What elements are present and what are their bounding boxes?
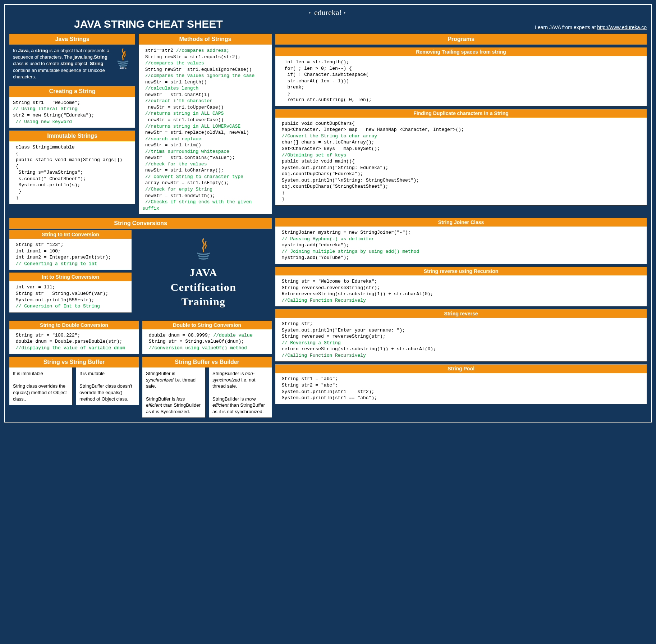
sub-d2s: Double to String Conversion xyxy=(142,321,272,329)
code-s2d: String str = "100.222"; double dnum = Do… xyxy=(9,329,139,354)
code-pool: String str1 = "abc"; String str2 = "abc"… xyxy=(275,373,647,404)
header-svsb: String vs String Buffer xyxy=(9,357,139,367)
header-immutable: Immutable Strings xyxy=(9,131,135,141)
java-logo-icon-large xyxy=(191,237,216,262)
bvb-right: StringBuilder is non-synchronized i.e. n… xyxy=(209,367,272,417)
page-title: JAVA STRING CHEAT SHEET xyxy=(74,18,223,30)
promo-text: JAVACertificationTraining xyxy=(139,265,268,309)
sub-rev-rec: String reverse using Recursion xyxy=(275,267,647,275)
conversions-block: String Conversions String to Int Convers… xyxy=(9,218,272,417)
column-middle: Methods of Strings str1==str2 //compares… xyxy=(139,34,272,214)
header-conversions: String Conversions xyxy=(9,218,272,229)
sub-i2s: Int to String Conversion xyxy=(9,273,132,281)
top-bar: JAVA STRING CHEAT SHEET Learn JAVA from … xyxy=(9,18,647,30)
sub-s2d: String to Double Conversion xyxy=(9,321,139,329)
code-s2i: String str="123"; int inum1 = 100; int i… xyxy=(9,239,132,270)
learn-link[interactable]: http://www.edureka.co xyxy=(597,24,647,30)
bvb-left: StringBuffer is synchronized i.e. thread… xyxy=(142,367,205,417)
code-immutable: class Stringimmutable { public static vo… xyxy=(9,141,135,204)
java-strings-text: In Java, a string is an object that repr… xyxy=(13,47,111,80)
code-d2s: double dnum = 88.9999; //double value St… xyxy=(142,329,272,354)
brand-text: edureka! xyxy=(314,8,342,17)
code-find-dup: public void countDupChars{ Map<Character… xyxy=(275,118,647,205)
column-left: Java Strings In Java, a string is an obj… xyxy=(9,34,135,214)
header-programs: Programs xyxy=(275,34,647,45)
code-rev: String str; System.out.println("Enter yo… xyxy=(275,318,647,361)
page: • edureka! • JAVA STRING CHEAT SHEET Lea… xyxy=(4,4,652,423)
svg-text:Java: Java xyxy=(119,66,126,69)
code-i2s: int var = 111; String str = String.value… xyxy=(9,281,132,312)
sub-rev: String reverse xyxy=(275,309,647,318)
java-strings-desc: In Java, a string is an object that repr… xyxy=(9,45,135,83)
svsb-left: It is immutable String class overrides t… xyxy=(9,367,72,405)
header-java-strings: Java Strings xyxy=(9,34,135,45)
header-bvb: String Buffer vs Builder xyxy=(142,357,272,367)
sub-pool: String Pool xyxy=(275,364,647,373)
column-right-2: String Joiner Class StringJoiner mystrin… xyxy=(275,218,647,417)
code-rev-rec: String str = "Welcome to Edureka"; Strin… xyxy=(275,275,647,306)
code-joiner: StringJoiner mystring = new StringJoiner… xyxy=(275,227,647,264)
column-right: Programs Removing Trailing spaces from s… xyxy=(275,34,647,214)
sub-remove-trailing: Removing Trailing spaces from string xyxy=(275,47,647,56)
brand-logo: • edureka! • xyxy=(9,8,647,17)
header-methods: Methods of Strings xyxy=(139,34,272,45)
svsb-right: It is mutable StringBuffer class doesn't… xyxy=(76,367,139,405)
sub-find-dup: Finding Duplicate characters in a String xyxy=(275,109,647,118)
code-methods: str1==str2 //compares address; String ne… xyxy=(139,45,272,214)
code-creating: String str1 = "Welcome"; // Using litera… xyxy=(9,97,135,128)
promo-card: JAVACertificationTraining xyxy=(135,230,272,318)
learn-text: Learn JAVA from experts at http://www.ed… xyxy=(535,24,647,30)
code-remove-trailing: int len = str.length(); for( ; len > 0; … xyxy=(275,56,647,106)
java-logo-icon: Java xyxy=(114,47,132,69)
sub-s2i: String to Int Conversion xyxy=(9,230,132,239)
sub-joiner: String Joiner Class xyxy=(275,218,647,227)
header-creating: Creating a String xyxy=(9,86,135,97)
